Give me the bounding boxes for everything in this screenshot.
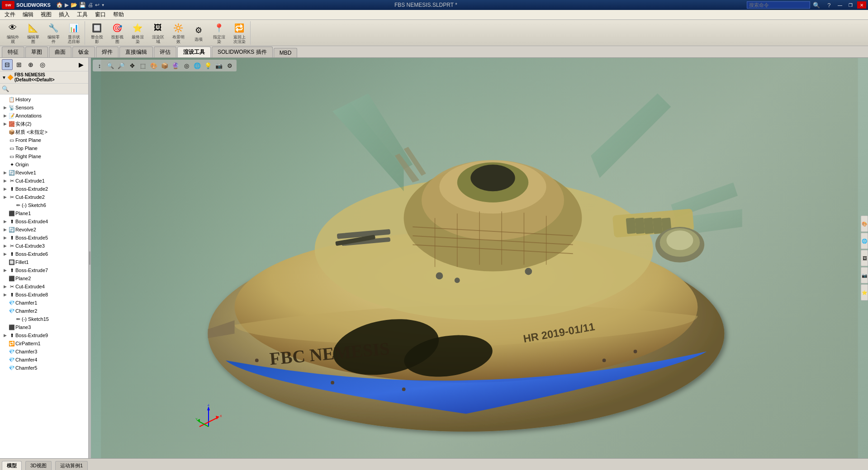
expand-icon-3[interactable]: ▶ [2, 122, 8, 126]
tab-sw-plugins[interactable]: SOLIDWORKS 插件 [212, 47, 273, 57]
tree-item-13[interactable]: ✏(-) Sketch6 [0, 201, 88, 209]
tree-item-19[interactable]: ▶⬆Boss-Extrude6 [0, 250, 88, 258]
tab-render-tools[interactable]: 渲设工具 [177, 47, 211, 57]
tree-root-expand[interactable]: ▼ [2, 75, 6, 80]
tree-item-20[interactable]: 🔲Fillet1 [0, 258, 88, 266]
tree-item-11[interactable]: ▶⬆Boss-Extrude2 [0, 185, 88, 193]
tree-item-21[interactable]: ▶⬆Boss-Extrude7 [0, 266, 88, 274]
menu-view[interactable]: 视图 [37, 10, 55, 19]
expand-icon-23[interactable]: ▶ [2, 284, 8, 289]
tab-mbd[interactable]: MBD [274, 48, 298, 57]
tool-last-render[interactable]: 🔁 返回上次渲染 [229, 21, 249, 45]
tree-item-25[interactable]: 💎Chamfer1 [0, 299, 88, 307]
camera-btn2[interactable]: 📷 [861, 267, 868, 283]
tree-item-4[interactable]: 📦材质 <未指定> [0, 128, 88, 136]
tree-item-16[interactable]: ▶🔄Revolve2 [0, 226, 88, 234]
tree-item-7[interactable]: ▭Right Plane [0, 152, 88, 160]
tree-item-15[interactable]: ▶⬆Boss-Extrude4 [0, 217, 88, 226]
filter-icon[interactable]: 🔍 [2, 85, 9, 92]
tool-edit-part[interactable]: 🔧 编辑零件 [43, 21, 63, 45]
tree-item-26[interactable]: 💎Chamfer2 [0, 307, 88, 315]
menu-help[interactable]: 帮助 [109, 10, 128, 19]
menu-edit[interactable]: 编辑 [19, 10, 37, 19]
tool-integrate[interactable]: 🔲 整合投影 [87, 21, 107, 45]
expand-icon-15[interactable]: ▶ [2, 219, 8, 224]
tree-item-9[interactable]: ▶🔄Revolve1 [0, 169, 88, 177]
tool-render-region[interactable]: 🖼 渲染区域 [148, 21, 168, 45]
expand-icon-9[interactable]: ▶ [2, 170, 8, 175]
menu-window[interactable]: 窗口 [91, 10, 109, 19]
tab-surface[interactable]: 曲面 [49, 47, 71, 57]
menu-file[interactable]: 文件 [1, 10, 19, 19]
tree-item-29[interactable]: ▶⬆Boss-Extrude9 [0, 331, 88, 339]
feature-manager-btn[interactable]: ⊟ [2, 59, 13, 70]
tree-item-3[interactable]: ▶🧱实体(2) [0, 120, 88, 128]
quick-nav[interactable]: ▶ [65, 2, 69, 8]
tab-evaluate[interactable]: 评估 [154, 47, 176, 57]
tool-assign-render[interactable]: 📍 指定渲染 [209, 21, 229, 45]
decal-btn[interactable]: 🖼 [861, 250, 868, 266]
tool-scenery[interactable]: 🔆 布景明效 [168, 21, 188, 45]
expand-icon-29[interactable]: ▶ [2, 333, 8, 338]
tab-sketch[interactable]: 草图 [25, 47, 48, 57]
help-icon[interactable]: ? [825, 1, 834, 9]
expand-panel-btn[interactable]: ▶ [76, 59, 86, 70]
tree-item-8[interactable]: ✦Origin [0, 160, 88, 169]
tool-edit-appearance[interactable]: 👁 编辑外观 [3, 21, 23, 45]
close-btn[interactable]: ✕ [857, 1, 866, 9]
tree-item-23[interactable]: ▶✂Cut-Extrude4 [0, 282, 88, 291]
config-manager-btn[interactable]: ⊕ [25, 59, 36, 70]
render-btn2[interactable]: ⭐ [861, 284, 868, 301]
quick-home[interactable]: 🏠 [56, 2, 63, 8]
tree-item-32[interactable]: 💎Chamfer4 [0, 356, 88, 364]
tool-options-render[interactable]: ⚙ 选项 [189, 21, 209, 45]
expand-icon-18[interactable]: ▶ [2, 244, 8, 248]
tab-3dview[interactable]: 3D视图 [25, 461, 52, 470]
tab-features[interactable]: 特征 [2, 47, 24, 57]
expand-icon-1[interactable]: ▶ [2, 105, 8, 110]
property-manager-btn[interactable]: ⊞ [14, 59, 24, 70]
quick-open[interactable]: 📂 [71, 2, 77, 8]
tree-item-2[interactable]: ▶📝Annotations [0, 112, 88, 120]
tree-item-12[interactable]: ▶✂Cut-Extrude2 [0, 193, 88, 201]
expand-icon-10[interactable]: ▶ [2, 179, 8, 183]
expand-icon-11[interactable]: ▶ [2, 187, 8, 191]
tree-item-28[interactable]: ⬛Plane3 [0, 323, 88, 331]
tree-item-22[interactable]: ⬛Plane2 [0, 274, 88, 282]
expand-icon-12[interactable]: ▶ [2, 195, 8, 199]
minimize-btn[interactable]: — [835, 1, 844, 9]
tree-item-30[interactable]: 🔁CirPattern1 [0, 339, 88, 348]
expand-icon-24[interactable]: ▶ [2, 292, 8, 297]
restore-btn[interactable]: ❐ [846, 1, 855, 9]
scene-btn[interactable]: 🌐 [861, 233, 868, 249]
expand-icon-2[interactable]: ▶ [2, 113, 8, 118]
menu-tools[interactable]: 工具 [73, 10, 91, 19]
tool-display-state[interactable]: 📊 显示状态目标 [64, 21, 84, 45]
tree-item-31[interactable]: 💎Chamfer3 [0, 348, 88, 356]
quick-save[interactable]: 💾 [79, 2, 86, 8]
tool-edit-sketch[interactable]: 📐 编辑草图 [23, 21, 43, 45]
tab-sheet-metal[interactable]: 钣金 [72, 47, 95, 57]
tree-item-6[interactable]: ▭Top Plane [0, 144, 88, 152]
tree-item-14[interactable]: ⬛Plane1 [0, 209, 88, 217]
tree-item-5[interactable]: ▭Front Plane [0, 136, 88, 144]
tab-direct-edit[interactable]: 直接编辑 [119, 47, 153, 57]
dxf-manager-btn[interactable]: ◎ [37, 59, 48, 70]
expand-icon-16[interactable]: ▶ [2, 227, 8, 232]
viewport[interactable]: ↕ 🔍 🔎 ✥ ⬚ 🎨 📦 🔮 ◎ 🌐 💡 📷 ⚙ [91, 58, 868, 458]
tree-item-17[interactable]: ▶⬆Boss-Extrude5 [0, 234, 88, 242]
menu-insert[interactable]: 插入 [55, 10, 73, 19]
tree-item-10[interactable]: ▶✂Cut-Extrude1 [0, 177, 88, 185]
tree-item-27[interactable]: ✏(-) Sketch15 [0, 315, 88, 323]
tab-motion[interactable]: 运动算例1 [55, 461, 88, 470]
tab-weld[interactable]: 焊件 [96, 47, 119, 57]
quick-undo[interactable]: ↩ [95, 2, 100, 8]
tool-final-render[interactable]: ⭐ 最终渲染 [128, 21, 147, 45]
expand-icon-21[interactable]: ▶ [2, 268, 8, 273]
search-input[interactable] [747, 1, 810, 9]
quick-print[interactable]: 🖨 [88, 2, 93, 8]
tab-model[interactable]: 模型 [2, 461, 22, 470]
tree-item-18[interactable]: ▶✂Cut-Extrude3 [0, 242, 88, 250]
tree-item-1[interactable]: ▶📡Sensors [0, 103, 88, 112]
search-icon[interactable]: 🔍 [812, 1, 821, 9]
